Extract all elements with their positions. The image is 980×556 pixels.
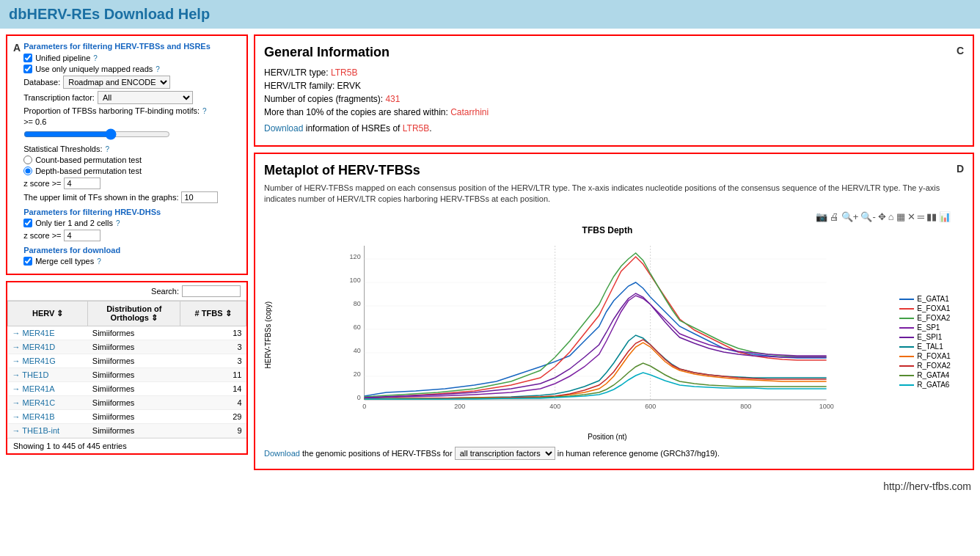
svg-text:0: 0: [357, 394, 361, 401]
herv-cell: → MER41E: [8, 326, 88, 340]
database-label: Database:: [23, 78, 60, 87]
toolbar-icon-bar2[interactable]: ▮▮: [926, 211, 937, 222]
zscore2-input[interactable]: [64, 230, 100, 241]
search-input[interactable]: [182, 285, 241, 297]
tfbs-cell: 13: [180, 326, 246, 340]
panel-b: Search: HERV ⇕ Distribution ofOrthologs …: [6, 281, 248, 455]
legend-label: E_FOXA2: [917, 314, 950, 322]
toolbar-icon-reset[interactable]: ⌂: [888, 211, 894, 222]
col-tfbs[interactable]: # TFBS ⇕: [180, 301, 246, 326]
zscore2-label: z score >=: [23, 231, 61, 240]
tier-row: Only tier 1 and 2 cells ?: [23, 219, 241, 227]
table-row: → MER41E Simiiformes 13: [8, 326, 246, 340]
unique-reads-checkbox[interactable]: [23, 65, 32, 73]
zscore-input[interactable]: [64, 178, 100, 189]
section1-title: Parameters for filtering HERV-TFBSs and …: [23, 42, 241, 51]
toolbar-icon-print[interactable]: 🖨: [830, 211, 839, 222]
toolbar-icon-line[interactable]: ═: [918, 211, 924, 222]
toolbar-icon-pan[interactable]: ✥: [878, 211, 886, 222]
copies-value[interactable]: 431: [385, 94, 400, 104]
unified-pipeline-help[interactable]: ?: [93, 54, 98, 62]
distribution-cell: Simiiformes: [88, 424, 180, 438]
database-select[interactable]: Roadmap and ENCODE: [63, 76, 170, 89]
toolbar-icon-zoom-in[interactable]: 🔍+: [841, 211, 859, 222]
legend-label: R_FOXA2: [917, 362, 951, 370]
herv-link[interactable]: → THE1B-int: [12, 426, 60, 435]
merge-checkbox[interactable]: [23, 257, 32, 266]
merge-help[interactable]: ?: [97, 257, 101, 266]
herv-link[interactable]: → MER41D: [12, 343, 56, 351]
download-line: Download information of HSREs of LTR5B.: [264, 123, 957, 133]
tier-help[interactable]: ?: [116, 219, 120, 227]
col-herv[interactable]: HERV ⇕: [8, 301, 88, 326]
count-based-radio[interactable]: [23, 156, 32, 164]
herv-link[interactable]: → MER41C: [12, 398, 56, 407]
tf-download-select[interactable]: all transcription factors: [455, 447, 555, 460]
table-row: → THE1D Simiiformes 11: [8, 368, 246, 382]
stat-title: Statistical Thresholds:: [23, 145, 102, 153]
upper-limit-row: The upper limit of TFs shown in the grap…: [23, 191, 241, 203]
legend-item: E_SP1: [899, 323, 951, 332]
proportion-help[interactable]: ?: [202, 107, 207, 115]
legend-label: R_GATA4: [917, 371, 949, 379]
table-row: → THE1B-int Simiiformes 9: [8, 424, 246, 438]
herv-cell: → MER41A: [8, 382, 88, 396]
legend-color: [899, 375, 914, 376]
svg-text:100: 100: [350, 277, 361, 284]
unified-pipeline-checkbox[interactable]: [23, 54, 32, 62]
legend-label: R_GATA6: [917, 381, 949, 389]
herv-cell: → MER41B: [8, 410, 88, 424]
legend-label: E_SP1: [917, 323, 940, 332]
tfbs-cell: 29: [180, 410, 246, 424]
unique-reads-row: Use only uniquely mapped reads ?: [23, 65, 241, 73]
tf-select[interactable]: All: [98, 91, 193, 104]
download-type[interactable]: LTR5B: [403, 123, 429, 133]
tier-checkbox[interactable]: [23, 219, 32, 227]
unique-reads-help[interactable]: ?: [156, 65, 160, 73]
depth-based-radio[interactable]: [23, 167, 32, 175]
legend-color: [899, 384, 914, 386]
distribution-cell: Simiiformes: [88, 340, 180, 354]
toolbar-icon-x[interactable]: ✕: [907, 211, 915, 222]
tfbs-cell: 11: [180, 368, 246, 382]
right-panel: General Information HERV/LTR type: LTR5B…: [254, 34, 974, 470]
toolbar-icon-zoom-out[interactable]: 🔍-: [860, 211, 875, 222]
proportion-slider[interactable]: [23, 128, 170, 140]
chart-toolbar: 📷 🖨 🔍+ 🔍- ✥ ⌂ ▦ ✕ ═ ▮▮ 📊: [264, 211, 951, 222]
toolbar-icon-camera[interactable]: 📷: [816, 211, 827, 222]
herv-link[interactable]: → MER41A: [12, 384, 55, 393]
tfbs-cell: 3: [180, 354, 246, 368]
panel-d-label: D: [957, 163, 964, 175]
legend-item: E_TAL1: [899, 343, 951, 351]
proportion-label: Proportion of TFBSs harboring TF-binding…: [23, 106, 200, 115]
depth-based-row: Depth-based permutation test: [23, 167, 241, 175]
panel-d-download-link[interactable]: Download: [264, 449, 300, 458]
herv-link[interactable]: → MER41G: [12, 356, 56, 365]
table-row: → MER41A Simiiformes 14: [8, 382, 246, 396]
toolbar-icon-bar[interactable]: ▦: [896, 211, 905, 222]
proportion-threshold-row: >= 0.6: [23, 117, 241, 126]
distribution-cell: Simiiformes: [88, 396, 180, 410]
legend-color: [899, 318, 914, 319]
shared-value[interactable]: Catarrhini: [450, 107, 489, 117]
header-title: dbHERV-REs Download Help: [9, 6, 210, 22]
proportion-row: Proportion of TFBSs harboring TF-binding…: [23, 106, 241, 115]
col-distribution[interactable]: Distribution ofOrthologs ⇕: [88, 301, 180, 326]
merge-row: Merge cell types ?: [23, 257, 241, 266]
upper-limit-input[interactable]: [181, 191, 218, 203]
herv-link[interactable]: → MER41B: [12, 412, 55, 421]
herv-link[interactable]: → MER41E: [12, 329, 55, 337]
herv-link[interactable]: → THE1D: [12, 370, 49, 379]
ltr-type-value[interactable]: LTR5B: [331, 67, 357, 78]
showing-text: Showing 1 to 445 of 445 entries: [7, 438, 246, 453]
legend-label: R_FOXA1: [917, 352, 951, 360]
stat-help[interactable]: ?: [106, 145, 110, 153]
herv-cell: → THE1B-int: [8, 424, 88, 438]
panel-a: A Parameters for filtering HERV-TFBSs an…: [6, 34, 248, 275]
y-axis-label: HERV-TFBSs (copy): [264, 301, 272, 369]
toolbar-icon-chart[interactable]: 📊: [939, 211, 951, 222]
table-row: → MER41C Simiiformes 4: [8, 396, 246, 410]
svg-text:1000: 1000: [819, 403, 834, 410]
legend-item: E_FOXA2: [899, 314, 951, 322]
panel-c-download-link[interactable]: Download: [264, 123, 303, 133]
